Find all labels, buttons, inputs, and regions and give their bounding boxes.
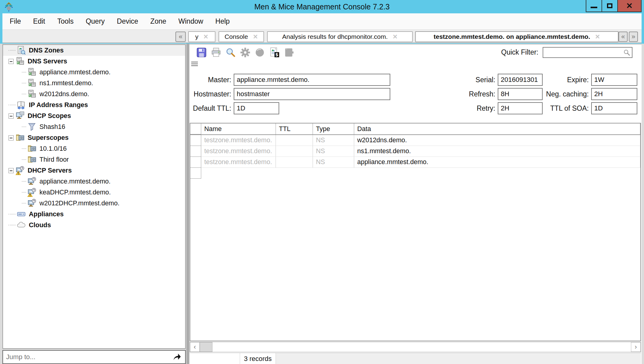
jump-to-input[interactable] (2, 350, 186, 364)
column-header-name[interactable]: Name (201, 123, 276, 134)
menu-tools[interactable]: Tools (51, 13, 80, 29)
menu-help[interactable]: Help (209, 13, 236, 29)
menu-window[interactable]: Window (172, 13, 209, 29)
row-selector[interactable] (190, 135, 201, 146)
menu-zone[interactable]: Zone (144, 13, 172, 29)
sidebar-item-appliance-mmtest-demo[interactable]: appliance.mmtest.demo. (3, 67, 185, 78)
quick-filter-search-icon (623, 49, 630, 56)
soa-form: Master: Hostmaster: Default TTL: Serial:… (189, 74, 642, 122)
cloud-icon (17, 221, 26, 230)
tree-item-label: Shash16 (39, 123, 65, 131)
tree-collapse-toggle[interactable] (8, 168, 14, 173)
column-header-type[interactable]: Type (313, 123, 354, 134)
sidebar-item-appliance-mmtest-demo[interactable]: appliance.mmtest.demo. (3, 176, 185, 187)
row-selector[interactable] (190, 157, 201, 168)
tab-nav-prev-button[interactable]: « (619, 32, 628, 42)
menu-edit[interactable]: Edit (27, 13, 51, 29)
default-ttl-input[interactable] (234, 102, 279, 114)
search-icon[interactable] (225, 47, 236, 58)
scrollbar-thumb[interactable] (200, 342, 212, 352)
tab-scroll-left-button[interactable]: « (175, 32, 186, 42)
expire-input[interactable] (591, 74, 637, 86)
dns-zones-icon (17, 46, 26, 55)
cell-ttl (276, 146, 313, 157)
sidebar-item-third-floor[interactable]: Third floor (3, 154, 185, 165)
column-header-data[interactable]: Data (354, 123, 640, 134)
refresh-label: Refresh: (458, 90, 498, 98)
minimize-button[interactable] (586, 0, 602, 12)
menu-query[interactable]: Query (80, 13, 111, 29)
tab-1[interactable]: Console✕ (219, 31, 264, 42)
tree-collapse-toggle[interactable] (8, 59, 14, 64)
tab-label: y (195, 33, 198, 40)
scroll-left-button[interactable]: ‹ (190, 342, 200, 352)
save-icon[interactable] (196, 47, 207, 58)
ttl-of-soa-input[interactable] (591, 102, 637, 114)
jump-arrow-icon[interactable] (172, 352, 181, 362)
sidebar-item-dhcp-servers[interactable]: DHCP Servers (3, 165, 185, 176)
tab-nav-next-button[interactable]: » (629, 32, 638, 42)
retry-label: Retry: (458, 104, 498, 113)
tab-close-icon[interactable]: ✕ (595, 33, 600, 40)
table-row[interactable]: testzone.mmtest.demo.NSns1.mmtest.demo. (190, 146, 640, 157)
column-header-ttl[interactable]: TTL (276, 123, 313, 134)
table-row[interactable]: testzone.mmtest.demo.NSappliance.mmtest.… (190, 157, 640, 168)
sidebar-item-dhcp-scopes[interactable]: DHCP Scopes (3, 110, 185, 121)
neg-caching-input[interactable] (591, 88, 637, 100)
tab-close-icon[interactable]: ✕ (253, 33, 258, 40)
row-selector[interactable] (190, 146, 201, 157)
globe-icon (254, 47, 265, 58)
print-icon[interactable] (211, 47, 222, 58)
sidebar-item-ns1-mmtest-demo[interactable]: ns1.mmtest.demo. (3, 78, 185, 89)
sidebar-item-dns-zones[interactable]: DNS Zones (3, 45, 185, 56)
tree-collapse-toggle[interactable] (8, 135, 14, 140)
sidebar-item-ip-address-ranges[interactable]: IP Address Ranges (3, 99, 185, 110)
tree-connector (22, 126, 26, 127)
tab-close-icon[interactable]: ✕ (393, 33, 398, 40)
hostmaster-input[interactable] (234, 88, 390, 100)
superscope-icon (27, 155, 36, 164)
refresh-input[interactable] (498, 88, 543, 100)
tab-label: testzone.mmtest.demo. on appliance.mmtes… (434, 33, 590, 40)
dhcp-scope-icon (15, 111, 25, 120)
tree-item-label: appliance.mmtest.demo. (39, 178, 110, 185)
analyze-icon[interactable]: $ (269, 47, 280, 58)
gear-icon (240, 47, 251, 58)
master-input[interactable] (234, 74, 390, 86)
tab-close-icon[interactable]: ✕ (203, 33, 208, 40)
sidebar-item-w2012dhcp-mmtest-demo[interactable]: w2012DHCP.mmtest.demo. (3, 198, 185, 209)
toolbar-grip[interactable] (191, 62, 198, 66)
sidebar-item-dns-servers[interactable]: DNS Servers (3, 56, 185, 67)
menu-device[interactable]: Device (111, 13, 144, 29)
serial-input[interactable] (498, 74, 543, 86)
sidebar-item-w2012dns-demo[interactable]: w2012dns.demo. (3, 89, 185, 99)
quick-filter-wrap (543, 47, 632, 58)
sidebar-item-appliances[interactable]: Appliances (3, 209, 185, 220)
sidebar-item-10-1-0-16[interactable]: 10.1.0/16 (3, 143, 185, 154)
tab-0[interactable]: y✕ (188, 31, 215, 42)
sidebar-item-keadhcp-mmtest-demo[interactable]: keaDHCP.mmtest.demo. (3, 187, 185, 198)
sidebar-item-shash16[interactable]: Shash16 (3, 121, 185, 132)
sidebar-item-clouds[interactable]: Clouds (3, 220, 185, 231)
status-cell-fill (276, 353, 641, 364)
tree-item-label: 10.1.0/16 (39, 145, 67, 153)
scroll-right-button[interactable]: › (631, 342, 641, 352)
hostmaster-label: Hostmaster: (189, 90, 234, 98)
close-button[interactable]: ✕ (617, 0, 642, 12)
horizontal-scrollbar[interactable]: ‹ › (190, 342, 641, 352)
row-selector[interactable] (190, 168, 201, 179)
content-area: DNS ZonesDNS Serversappliance.mmtest.dem… (0, 44, 644, 364)
table-row-empty[interactable] (190, 168, 640, 179)
maximize-button[interactable] (602, 0, 618, 12)
table-row[interactable]: testzone.mmtest.demo.NSw2012dns.demo. (190, 135, 640, 146)
tab-2[interactable]: Analysis results for dhcpmonitor.com.✕ (267, 31, 413, 42)
tree-collapse-toggle[interactable] (8, 113, 14, 119)
panel-splitter[interactable] (186, 44, 189, 364)
quick-filter-input[interactable] (543, 48, 632, 57)
record-count: 3 records (240, 353, 276, 364)
menu-file[interactable]: File (4, 13, 27, 29)
retry-input[interactable] (498, 102, 543, 114)
title-bar: Men & Mice Management Console 7.2.3 ✕ (0, 0, 644, 13)
sidebar-item-superscopes[interactable]: Superscopes (3, 132, 185, 143)
tab-active[interactable]: testzone.mmtest.demo. on appliance.mmtes… (415, 31, 619, 42)
